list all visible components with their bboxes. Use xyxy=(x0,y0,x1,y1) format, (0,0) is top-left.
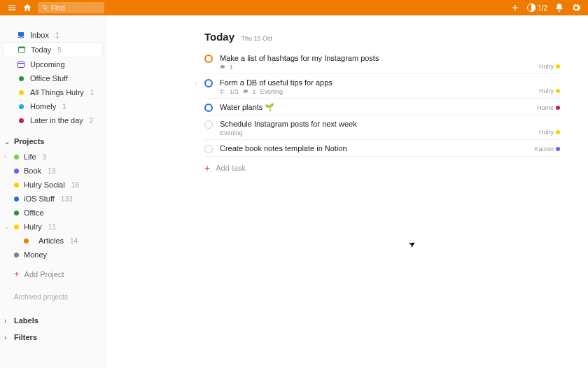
task-meta: 1 xyxy=(220,64,539,71)
sidebar-project[interactable]: › Life 3 xyxy=(0,150,106,164)
sidebar: Inbox 1 Today 5 Upcoming Office Stuff Al… xyxy=(0,15,106,368)
add-project-button[interactable]: + Add Project xyxy=(0,266,106,282)
task-row[interactable]: Make a list of hashtags for my Instagram… xyxy=(204,50,560,74)
project-count: 133 xyxy=(61,195,73,203)
task-list: Make a list of hashtags for my Instagram… xyxy=(204,50,560,157)
inbox-icon xyxy=(17,31,25,39)
task-project-label[interactable]: Kaizen xyxy=(534,146,560,153)
sidebar-project[interactable]: Book 13 xyxy=(0,164,106,178)
comment-icon xyxy=(220,64,225,70)
sidebar-item-homely[interactable]: Homely 1 xyxy=(3,99,103,113)
project-count: 14 xyxy=(70,237,78,245)
home-icon[interactable] xyxy=(22,3,32,13)
sidebar-project[interactable]: Hulry Social 18 xyxy=(0,178,106,192)
task-row[interactable]: Create book notes template in Notion Kai… xyxy=(204,140,560,157)
app-body: Inbox 1 Today 5 Upcoming Office Stuff Al… xyxy=(0,15,588,368)
task-project-label[interactable]: Hulry xyxy=(539,87,560,95)
chevron-down-icon[interactable]: ⌄ xyxy=(4,223,10,230)
archived-projects-link[interactable]: Archived projects xyxy=(0,282,106,304)
filter-dot xyxy=(17,88,25,97)
productivity-widget[interactable]: 1/2 xyxy=(527,3,547,12)
project-dot xyxy=(14,211,19,215)
search-icon xyxy=(42,4,48,11)
page-title: Today xyxy=(204,31,234,43)
project-label: Book xyxy=(24,167,41,175)
labels-section[interactable]: › Labels xyxy=(0,312,106,329)
project-dot xyxy=(556,147,560,151)
search-box[interactable] xyxy=(38,2,104,13)
projects-section[interactable]: ⌄ Projects xyxy=(0,133,106,150)
sidebar-item-office[interactable]: Office Stuff xyxy=(3,71,103,85)
filters-section[interactable]: › Filters xyxy=(0,329,106,346)
project-label: Life xyxy=(24,153,36,161)
gear-icon[interactable] xyxy=(571,3,581,13)
chevron-right-icon[interactable]: › xyxy=(195,80,197,87)
sidebar-project[interactable]: Money xyxy=(0,248,106,262)
sidebar-item-today[interactable]: Today 5 xyxy=(3,42,103,57)
header-right: 1/2 xyxy=(510,3,581,13)
project-dot xyxy=(14,183,19,187)
svg-rect-1 xyxy=(19,47,25,48)
task-row[interactable]: Schedule Instagram posts for next week E… xyxy=(204,115,560,140)
sidebar-item-label: Later in the day xyxy=(30,116,83,125)
project-dot xyxy=(556,106,560,110)
progress-text: 1/2 xyxy=(538,4,547,12)
task-title: Create book notes template in Notion xyxy=(220,144,534,153)
project-dot xyxy=(14,197,19,201)
task-project-label[interactable]: Hulry xyxy=(539,63,560,71)
progress-icon xyxy=(527,3,536,12)
task-body: Water plants 🌱 xyxy=(220,103,537,112)
page-date: Thu 15 Oct xyxy=(241,35,272,42)
sidebar-project-child[interactable]: Articles 14 xyxy=(0,234,106,248)
filters-label: Filters xyxy=(14,333,37,341)
sidebar-project[interactable]: iOS Stuff 133 xyxy=(0,192,106,206)
task-body: Make a list of hashtags for my Instagram… xyxy=(220,54,539,71)
project-dot xyxy=(14,253,19,257)
project-dot xyxy=(14,225,19,229)
task-time-label: Evening xyxy=(260,88,284,95)
task-title: Form a DB of useful tips for apps xyxy=(220,78,539,87)
add-project-label: Add Project xyxy=(24,270,64,278)
sidebar-item-count: 1 xyxy=(62,103,66,111)
project-label: Hulry Social xyxy=(24,181,65,189)
add-task-icon[interactable] xyxy=(510,3,520,13)
task-checkbox[interactable] xyxy=(204,79,213,87)
chevron-right-icon: › xyxy=(4,317,6,325)
task-project-label[interactable]: Hulry xyxy=(539,129,560,136)
task-project-label[interactable]: Home xyxy=(537,104,560,112)
sidebar-item-hulry[interactable]: All Things Hulry 1 xyxy=(3,85,103,99)
sidebar-item-later[interactable]: Later in the day 2 xyxy=(3,113,103,127)
sidebar-item-upcoming[interactable]: Upcoming xyxy=(3,57,103,71)
sidebar-item-count: 2 xyxy=(90,117,94,125)
menu-icon[interactable] xyxy=(7,3,17,13)
project-label: Hulry xyxy=(24,222,42,231)
projects-label: Projects xyxy=(14,137,44,146)
sidebar-project[interactable]: ⌄ Hulry 11 xyxy=(0,220,106,234)
sidebar-item-label: Upcoming xyxy=(30,60,65,69)
task-title: Schedule Instagram posts for next week xyxy=(220,120,539,128)
task-row[interactable]: Water plants 🌱 Home xyxy=(204,99,560,115)
sidebar-item-label: Today xyxy=(31,45,51,54)
task-row[interactable]: › Form a DB of useful tips for apps 1/31… xyxy=(204,74,560,99)
task-checkbox[interactable] xyxy=(204,145,213,153)
project-count: 18 xyxy=(71,181,79,189)
chevron-right-icon[interactable]: › xyxy=(4,153,6,160)
bell-icon[interactable] xyxy=(554,3,564,13)
project-dot xyxy=(556,130,560,134)
comment-icon xyxy=(243,89,248,94)
task-checkbox[interactable] xyxy=(204,55,213,63)
task-body: Form a DB of useful tips for apps 1/31Ev… xyxy=(220,78,539,95)
add-task-button[interactable]: + Add task xyxy=(204,157,560,179)
task-meta: Evening xyxy=(220,129,539,136)
sidebar-item-label: Inbox xyxy=(30,31,49,39)
task-checkbox[interactable] xyxy=(204,104,213,112)
task-title: Water plants 🌱 xyxy=(220,103,537,112)
sidebar-project[interactable]: Office xyxy=(0,206,106,220)
sidebar-item-inbox[interactable]: Inbox 1 xyxy=(3,28,103,42)
filter-dot xyxy=(17,116,25,125)
task-body: Create book notes template in Notion xyxy=(220,144,534,153)
task-checkbox[interactable] xyxy=(204,120,213,129)
search-input[interactable] xyxy=(51,4,100,12)
sidebar-item-count: 5 xyxy=(57,46,62,54)
labels-label: Labels xyxy=(14,316,38,325)
